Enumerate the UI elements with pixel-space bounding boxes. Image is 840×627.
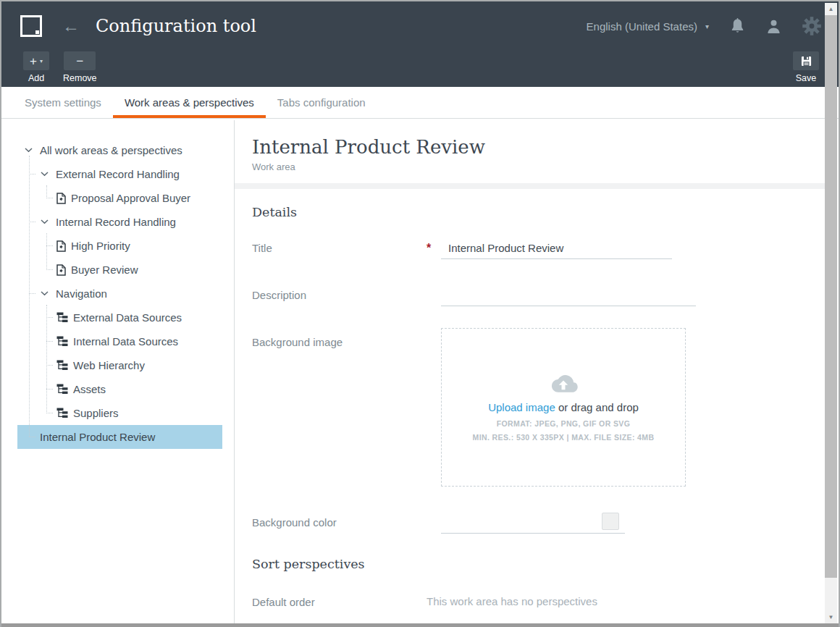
upload-image-link[interactable]: Upload image	[488, 401, 555, 413]
cloud-upload-icon	[547, 373, 580, 396]
tree-guide-line	[46, 341, 53, 342]
tree-item-all-work-areas-perspectives[interactable]: All work areas & perspectives	[1, 138, 234, 162]
title-input[interactable]: Internal Product Review	[441, 241, 672, 259]
tree-item-internal-product-review[interactable]: Internal Product Review	[17, 425, 222, 449]
toolbar: +▾ Add − Remove Save	[23, 51, 819, 83]
default-order-label: Default order	[252, 595, 427, 609]
floppy-icon	[801, 56, 812, 67]
image-dropzone[interactable]: Upload image or drag and drop FORMAT: JP…	[441, 328, 686, 487]
tree-guide-line	[29, 156, 30, 437]
tree-guide-line	[46, 365, 53, 366]
gear-icon[interactable]	[802, 17, 821, 35]
remove-button-group: − Remove	[63, 51, 97, 83]
background-color-row: Background color	[252, 516, 807, 534]
add-button-group: +▾ Add	[23, 51, 49, 83]
background-image-row: Background image Upload image or drag an…	[252, 328, 807, 487]
tree-guide-line	[46, 317, 53, 318]
tree-guide-line	[46, 233, 47, 270]
tree-item-label: Internal Product Review	[40, 431, 155, 443]
drag-drop-text: or drag and drop	[555, 401, 639, 413]
color-swatch[interactable]	[602, 513, 619, 530]
tree-item-internal-record-handling[interactable]: Internal Record Handling	[1, 210, 234, 234]
remove-button-label: Remove	[63, 73, 97, 83]
default-order-row: Default order This work area has no pers…	[252, 595, 807, 609]
tab-system-settings[interactable]: System settings	[13, 87, 113, 118]
tree-guide-line	[46, 413, 53, 413]
tree-item-label: All work areas & perspectives	[40, 144, 182, 156]
details-heading: Details	[252, 205, 807, 219]
upload-format-hint: FORMAT: JPEG, PNG, GIF OR SVG	[497, 419, 631, 428]
page-title: Internal Product Review	[252, 136, 807, 158]
hierarchy-icon	[56, 336, 68, 347]
tab-tabs-configuration[interactable]: Tabs configuration	[266, 87, 377, 118]
tree-item-label: Proposal Approval Buyer	[71, 192, 190, 204]
tree-guide-line	[46, 185, 47, 198]
back-arrow-icon[interactable]: ←	[62, 17, 80, 35]
app-logo-icon	[20, 15, 42, 37]
description-field-row: Description	[252, 288, 807, 306]
tree-item-label: Suppliers	[73, 407, 119, 419]
user-icon[interactable]	[766, 19, 781, 34]
tree-item-buyer-review[interactable]: Buyer Review	[1, 258, 234, 282]
tree-guide-line	[46, 389, 53, 390]
no-perspectives-message: This work area has no perspectives	[427, 595, 597, 607]
tree-item-high-priority[interactable]: High Priority	[1, 234, 234, 258]
scroll-down-arrow-icon[interactable]: ▼	[825, 612, 837, 623]
tree-item-suppliers[interactable]: Suppliers	[1, 401, 234, 425]
main-panel: Internal Product Review Work area Detail…	[235, 120, 825, 623]
bell-icon[interactable]	[730, 17, 745, 35]
language-selector[interactable]: English (United States)	[587, 20, 697, 33]
background-color-input[interactable]	[441, 516, 625, 534]
tree-item-external-data-sources[interactable]: External Data Sources	[1, 306, 234, 329]
add-button[interactable]: +▾	[23, 51, 49, 70]
bottom-scrollbar[interactable]	[1, 623, 839, 627]
tree-item-assets[interactable]: Assets	[1, 377, 234, 401]
save-button-group: Save	[793, 51, 819, 83]
tree-item-label: High Priority	[71, 240, 130, 252]
vertical-scrollbar[interactable]: ▲ ▼	[825, 3, 837, 623]
tree-item-proposal-approval-buyer[interactable]: Proposal Approval Buyer	[1, 186, 234, 210]
upload-limits-hint: MIN. RES.: 530 X 335PX | MAX. FILE SIZE:…	[472, 433, 654, 442]
scroll-up-arrow-icon[interactable]: ▲	[825, 4, 837, 14]
tree-guide-line	[29, 222, 35, 222]
chevron-down-icon	[41, 291, 49, 296]
add-button-label: Add	[28, 73, 44, 83]
tree-item-label: Internal Record Handling	[56, 216, 176, 228]
minus-icon: −	[76, 55, 83, 67]
tree-guide-line	[29, 293, 35, 294]
background-color-label: Background color	[252, 516, 427, 529]
save-button[interactable]	[793, 51, 819, 70]
save-button-label: Save	[796, 73, 817, 83]
sidebar: All work areas & perspectivesExternal Re…	[1, 120, 235, 623]
tree-item-label: Navigation	[56, 287, 107, 300]
tree-guide-line	[29, 437, 35, 437]
tree-guide-line	[46, 245, 53, 246]
tree-item-external-record-handling[interactable]: External Record Handling	[1, 162, 234, 186]
plus-icon: +	[30, 55, 37, 67]
background-image-label: Background image	[252, 328, 427, 349]
app-header: ← Configuration tool English (United Sta…	[1, 1, 839, 87]
tree-item-label: Web Hierarchy	[73, 359, 145, 371]
hierarchy-icon	[56, 408, 68, 418]
description-input[interactable]	[441, 288, 696, 306]
tab-work-areas-perspectives[interactable]: Work areas & perspectives	[113, 87, 266, 118]
chevron-down-icon	[41, 219, 49, 224]
perspective-doc-icon	[56, 240, 66, 252]
hierarchy-icon	[56, 360, 68, 371]
hierarchy-icon	[56, 312, 68, 323]
tree-item-internal-data-sources[interactable]: Internal Data Sources	[1, 329, 234, 353]
tree-item-label: External Record Handling	[56, 168, 180, 180]
remove-button[interactable]: −	[64, 51, 96, 70]
vertical-scrollbar-thumb[interactable]	[825, 15, 837, 578]
tree-item-navigation[interactable]: Navigation	[1, 282, 234, 306]
perspective-doc-icon	[56, 193, 66, 204]
language-caret-icon[interactable]: ▾	[705, 22, 709, 30]
tab-bar: System settingsWork areas & perspectives…	[1, 87, 839, 119]
tree-guide-line	[29, 174, 35, 174]
section-divider	[235, 183, 825, 189]
tree-item-web-hierarchy[interactable]: Web Hierarchy	[1, 353, 234, 377]
required-asterisk: *	[427, 242, 431, 255]
tree-guide-line	[46, 198, 53, 198]
title-field-row: Title * Internal Product Review	[252, 241, 807, 259]
tree-guide-line	[46, 305, 47, 413]
